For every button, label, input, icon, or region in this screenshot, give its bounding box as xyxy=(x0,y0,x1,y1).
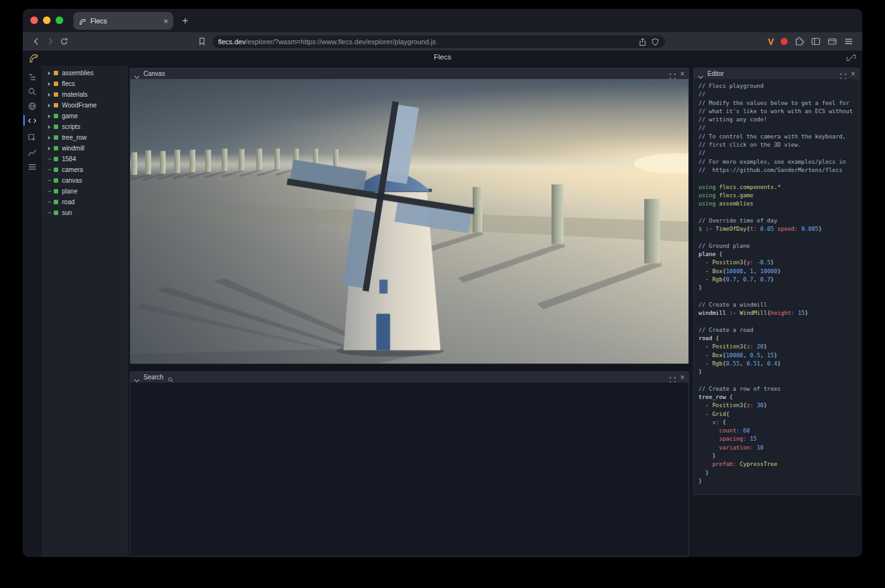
code-line: - Position3{z: 20} xyxy=(699,343,857,352)
canvas-3d-scene[interactable] xyxy=(130,79,688,364)
entity-label: 1584 xyxy=(62,156,76,162)
stats-chart-icon[interactable] xyxy=(23,145,41,159)
extensions-puzzle-icon[interactable] xyxy=(795,37,804,46)
traffic-light-close[interactable] xyxy=(30,16,38,24)
editor-panel: Editor × // Flecs playground//// Modify … xyxy=(693,68,860,495)
code-line: // Create a windmill xyxy=(699,302,857,310)
expand-arrow-icon[interactable] xyxy=(48,114,51,118)
tree-item-plane[interactable]: plane xyxy=(42,186,128,197)
forward-button[interactable] xyxy=(43,35,57,49)
code-line: // first click on the 3D view. xyxy=(699,142,857,150)
collapse-chevron-icon[interactable] xyxy=(134,71,140,77)
sidebar-toggle-icon[interactable] xyxy=(811,37,821,46)
tree-item-materials[interactable]: materials xyxy=(42,89,128,100)
leaf-dash-icon xyxy=(48,212,51,213)
code-line: // Create a road xyxy=(699,327,857,335)
tree-item-camera[interactable]: camera xyxy=(42,164,128,175)
code-line xyxy=(699,175,857,183)
expand-arrow-icon[interactable] xyxy=(48,71,51,75)
fullscreen-icon[interactable] xyxy=(840,71,846,77)
tree-item-flecs[interactable]: flecs xyxy=(42,78,128,89)
traffic-light-zoom[interactable] xyxy=(56,16,63,24)
close-panel-icon[interactable]: × xyxy=(680,374,685,381)
wallet-icon[interactable] xyxy=(827,37,837,46)
expand-arrow-icon[interactable] xyxy=(48,147,51,150)
collapse-chevron-icon[interactable] xyxy=(134,374,140,380)
code-line: // https://github.com/SanderMertens/flec… xyxy=(699,167,857,175)
code-line: - Box{10000, 1, 10000} xyxy=(699,268,857,276)
search-panel-body[interactable] xyxy=(130,383,688,556)
flecs-favicon-icon xyxy=(78,17,87,25)
collapse-chevron-icon[interactable] xyxy=(698,71,704,77)
traffic-light-minimize[interactable] xyxy=(43,16,51,24)
tree-item-windmill[interactable]: windmill xyxy=(42,143,128,154)
bookmark-icon[interactable] xyxy=(195,35,209,49)
new-tab-button[interactable]: + xyxy=(178,15,192,27)
menu-icon[interactable] xyxy=(844,37,853,46)
code-line: using assemblies xyxy=(699,200,857,209)
share-icon[interactable] xyxy=(638,37,647,46)
code-line: road { xyxy=(699,335,857,343)
fullscreen-icon[interactable] xyxy=(669,374,676,381)
code-line: - Rgb{0.7, 0.7, 0.7} xyxy=(699,276,857,285)
search-icon[interactable] xyxy=(23,84,41,99)
entity-label: WoodFrame xyxy=(62,102,97,109)
code-line: // Flecs playground xyxy=(699,83,857,91)
code-line: $ :- TimeOfDay{t: 0.05 speed: 0.005} xyxy=(699,226,857,234)
tree-item-1584[interactable]: 1584 xyxy=(42,154,128,164)
tree-item-tree_row[interactable]: tree_row xyxy=(42,132,128,143)
close-panel-icon[interactable]: × xyxy=(851,70,855,78)
tree-item-road[interactable]: road xyxy=(42,197,128,207)
tree-item-WoodFrame[interactable]: WoodFrame xyxy=(42,100,128,111)
fullscreen-icon[interactable] xyxy=(669,71,676,77)
expand-arrow-icon[interactable] xyxy=(48,136,51,140)
tree-item-assemblies[interactable]: assemblies xyxy=(42,68,128,78)
entity-color-square xyxy=(54,200,58,204)
back-button[interactable] xyxy=(29,35,43,49)
code-editor-body[interactable]: // Flecs playground//// Modify the value… xyxy=(694,79,859,494)
code-line: using flecs.game xyxy=(699,192,857,200)
window-controls xyxy=(30,16,63,24)
expand-arrow-icon[interactable] xyxy=(48,125,51,129)
browser-window: Flecs × + flecs.dev/explorer/?wasm=https… xyxy=(23,9,862,557)
browser-tab[interactable]: Flecs × xyxy=(73,12,173,30)
tree-item-scripts[interactable]: scripts xyxy=(42,121,128,132)
tab-title: Flecs xyxy=(90,17,159,25)
editor-panel-header[interactable]: Editor × xyxy=(694,68,859,79)
expand-arrow-icon[interactable] xyxy=(48,82,51,86)
entity-label: scripts xyxy=(62,123,80,130)
url-text: flecs.dev/explorer/?wasm=https://www.fle… xyxy=(218,38,634,46)
share-link-icon[interactable] xyxy=(846,53,856,63)
tab-close-icon[interactable]: × xyxy=(163,17,168,25)
shield-icon[interactable] xyxy=(651,37,659,46)
canvas-panel: Canvas × xyxy=(130,68,689,364)
code-line: - Grid{ xyxy=(699,411,857,419)
globe-icon[interactable] xyxy=(23,99,41,113)
extension-v-icon[interactable]: V xyxy=(768,37,774,47)
search-panel-header[interactable]: Search × xyxy=(130,372,688,383)
reload-button[interactable] xyxy=(57,35,71,49)
canvas-panel-header[interactable]: Canvas × xyxy=(130,68,688,79)
entity-label: road xyxy=(62,199,75,205)
code-editor-icon[interactable] xyxy=(23,113,41,128)
entity-color-square xyxy=(54,103,58,107)
queries-list-icon[interactable] xyxy=(23,159,41,174)
expand-arrow-icon[interactable] xyxy=(48,93,51,97)
address-bar[interactable]: flecs.dev/explorer/?wasm=https://www.fle… xyxy=(212,35,665,48)
close-panel-icon[interactable]: × xyxy=(680,70,685,78)
tree-item-canvas[interactable]: canvas xyxy=(42,175,128,186)
entities-outline-icon[interactable] xyxy=(23,70,41,84)
inspector-icon[interactable] xyxy=(23,130,41,145)
expand-arrow-icon[interactable] xyxy=(48,104,51,107)
tree-item-sun[interactable]: sun xyxy=(42,207,128,218)
leaf-dash-icon xyxy=(48,169,51,170)
canvas-3d-viewport[interactable] xyxy=(130,79,688,364)
extension-red-icon[interactable] xyxy=(781,38,788,45)
tree-item-game[interactable]: game xyxy=(42,111,128,121)
app-body: assembliesflecsmaterialsWoodFramegamescr… xyxy=(23,66,862,557)
leaf-dash-icon xyxy=(48,159,51,159)
entity-label: assemblies xyxy=(62,70,94,77)
code-line: windmill :- WindMill{height: 15} xyxy=(699,310,857,318)
code-line: plane { xyxy=(699,251,857,259)
code-line: } xyxy=(699,453,857,461)
